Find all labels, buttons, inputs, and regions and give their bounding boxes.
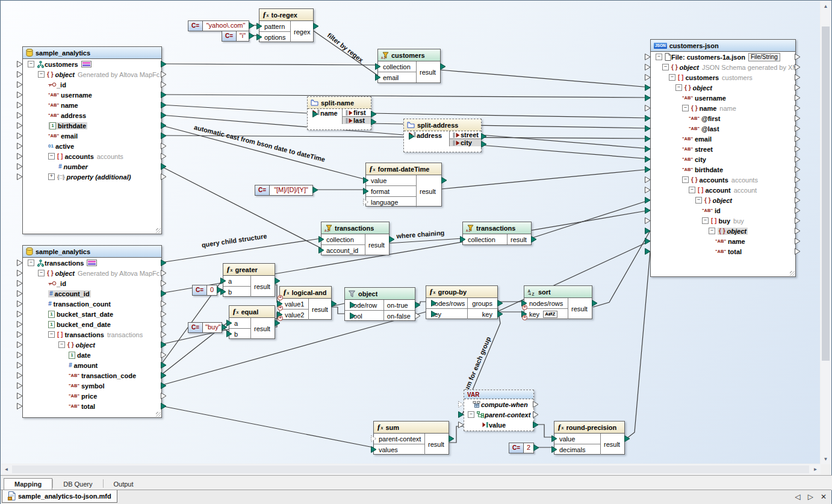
input-connector[interactable] bbox=[17, 173, 23, 180]
output-connector[interactable] bbox=[533, 411, 539, 418]
component-title-bar[interactable]: split-address bbox=[404, 119, 481, 131]
horizontal-scroll-thumb[interactable] bbox=[12, 465, 809, 473]
input-connector[interactable] bbox=[645, 156, 651, 163]
constant-value[interactable]: 0 bbox=[207, 285, 217, 295]
constant-2[interactable]: C="[M]/[D]/[Y]" bbox=[255, 185, 313, 196]
expander-toggle[interactable]: − bbox=[675, 84, 682, 91]
output-connector[interactable] bbox=[312, 187, 318, 193]
component-title-bar[interactable]: ƒxlogical-and bbox=[280, 287, 331, 299]
input-connector[interactable] bbox=[17, 311, 23, 317]
result-cell[interactable]: result bbox=[365, 234, 389, 255]
input-connector[interactable] bbox=[17, 122, 23, 129]
document-tab[interactable]: sample_analytics-to-json.mfd bbox=[2, 490, 117, 503]
tree-item-object[interactable]: −{ }objectJSON Schema generated by XM bbox=[651, 62, 795, 72]
scroll-left-button[interactable]: ◄ bbox=[1, 464, 11, 474]
component-title-bar[interactable]: sample_analytics bbox=[23, 246, 161, 258]
input-connector[interactable] bbox=[645, 105, 651, 111]
component-fn-sum[interactable]: ƒxsumparent-contextvaluesresult bbox=[373, 421, 449, 455]
output-cell[interactable]: on-false bbox=[383, 311, 415, 321]
output-connector[interactable] bbox=[795, 54, 801, 60]
input-connector[interactable] bbox=[350, 313, 356, 319]
output-connector[interactable] bbox=[795, 187, 801, 193]
tree-item-compute-when[interactable]: compute-when bbox=[464, 399, 533, 409]
component-fn-format-dateTime[interactable]: ƒxformat-dateTimevalueformatlanguageresu… bbox=[365, 163, 442, 207]
input-connector[interactable] bbox=[17, 341, 23, 348]
input-connector[interactable] bbox=[17, 132, 23, 139]
component-title-bar[interactable]: object bbox=[345, 288, 415, 300]
output-connector[interactable] bbox=[624, 435, 630, 442]
input-connector[interactable] bbox=[17, 163, 23, 170]
prev-tab-button[interactable]: ◁ bbox=[795, 493, 800, 501]
input-connector[interactable] bbox=[645, 135, 651, 142]
input-row-a[interactable]: a bbox=[229, 318, 250, 328]
output-cell[interactable]: groups bbox=[467, 298, 497, 308]
tree-item-_id[interactable]: _id bbox=[23, 278, 161, 288]
output-connector[interactable] bbox=[161, 102, 167, 108]
input-connector[interactable] bbox=[645, 84, 651, 91]
tree-item-price[interactable]: "AB"price bbox=[23, 391, 161, 401]
component-title-bar[interactable]: ƒxequal bbox=[229, 306, 275, 318]
input-connector[interactable] bbox=[256, 23, 262, 30]
tree-item-object[interactable]: −{ }object bbox=[651, 195, 795, 205]
output-connector[interactable] bbox=[161, 122, 167, 129]
input-connector[interactable] bbox=[645, 248, 651, 255]
tree-item-transaction_code[interactable]: "AB"transaction_code bbox=[23, 370, 161, 381]
expander-toggle[interactable]: − bbox=[709, 228, 715, 234]
constant-value[interactable]: "i" bbox=[237, 31, 249, 41]
tree-item-transaction_count[interactable]: #transaction_count bbox=[23, 299, 161, 309]
output-cell[interactable]: on-true bbox=[383, 300, 415, 310]
view-tab-mapping[interactable]: Mapping bbox=[4, 478, 52, 490]
output-connector[interactable] bbox=[161, 153, 167, 160]
resize-handle[interactable] bbox=[790, 271, 795, 276]
horizontal-scrollbar[interactable]: ◄ ► bbox=[1, 464, 821, 474]
connection-line[interactable] bbox=[331, 307, 344, 314]
expander-toggle[interactable]: − bbox=[682, 105, 689, 111]
component-filter-transactions-1[interactable]: A·Ztransactionscollectionaccount_idresul… bbox=[321, 222, 390, 255]
component-fn-logical-and[interactable]: ƒxlogical-andvalue1value2result+++ bbox=[279, 286, 332, 320]
component-title-bar[interactable]: VAR bbox=[464, 390, 533, 399]
component-title-bar[interactable]: A·Ztransactions bbox=[463, 222, 531, 234]
output-connector[interactable] bbox=[389, 236, 395, 243]
mapping-canvas[interactable]: filter by regexautomatic cast from bson … bbox=[1, 1, 820, 464]
connection-line[interactable] bbox=[621, 251, 650, 443]
input-connector[interactable] bbox=[17, 102, 23, 108]
input-connector[interactable] bbox=[17, 112, 23, 119]
output-cell[interactable]: key bbox=[467, 309, 497, 319]
component-fn-equal[interactable]: ƒxequalabresult bbox=[229, 305, 275, 339]
tree-item-account[interactable]: −[ ]accountaccount bbox=[651, 185, 795, 195]
expander-toggle[interactable]: − bbox=[48, 331, 55, 338]
expander-toggle[interactable]: − bbox=[689, 187, 695, 193]
resize-handle[interactable] bbox=[156, 412, 161, 417]
component-fn-round-precision[interactable]: ƒxround-precisionvaluedecimalsresult bbox=[554, 421, 625, 455]
connection-line[interactable] bbox=[370, 113, 650, 118]
output-connector[interactable] bbox=[161, 92, 167, 98]
connection-line[interactable] bbox=[530, 200, 650, 238]
output-connector[interactable] bbox=[795, 197, 801, 204]
input-connector[interactable] bbox=[17, 280, 23, 287]
input-connector[interactable] bbox=[226, 331, 232, 337]
constant-5[interactable]: C=2 bbox=[509, 443, 534, 453]
component-fn-sort[interactable]: AZsortnodes/rowskeyA⇄Zresult++ bbox=[524, 285, 592, 319]
component-udf-split-name[interactable]: split-namenamefirstlast bbox=[307, 96, 371, 130]
output-cell[interactable]: first bbox=[342, 109, 371, 116]
output-connector[interactable] bbox=[795, 84, 801, 91]
output-connector[interactable] bbox=[795, 248, 801, 255]
input-connector[interactable] bbox=[645, 74, 651, 81]
tree-item-transactions[interactable]: −[ ]transactionstransactions bbox=[23, 329, 161, 340]
input-row-value1[interactable]: value1 bbox=[280, 299, 308, 309]
component-title-bar[interactable]: ƒxround-precision bbox=[554, 422, 624, 434]
output-connector[interactable] bbox=[161, 280, 167, 287]
component-title-bar[interactable]: ƒxsum bbox=[374, 422, 449, 434]
constant-4[interactable]: C="buy" bbox=[188, 322, 222, 333]
component-filter-object[interactable]: objectnode/rowon-trueboolon-false bbox=[344, 287, 415, 321]
tree-item-object[interactable]: −{ }objectGenerated by Altova MapFc bbox=[23, 69, 161, 79]
output-connector[interactable] bbox=[795, 166, 801, 173]
expander-toggle[interactable]: − bbox=[28, 61, 34, 67]
input-connector[interactable] bbox=[363, 177, 369, 184]
input-connector[interactable] bbox=[17, 403, 23, 409]
input-connector[interactable] bbox=[551, 446, 557, 453]
scroll-up-button[interactable]: ▲ bbox=[821, 1, 831, 11]
input-row-collection[interactable]: collection bbox=[378, 61, 416, 72]
output-connector[interactable] bbox=[449, 435, 455, 442]
component-title-bar[interactable]: sample_analytics bbox=[23, 47, 161, 59]
